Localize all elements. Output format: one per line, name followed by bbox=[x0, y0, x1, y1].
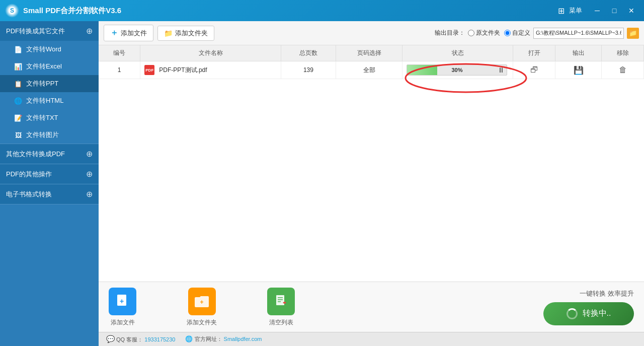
window-controls: ─ □ ✕ bbox=[590, 4, 639, 17]
open-file-icon[interactable]: 🗗 bbox=[528, 64, 540, 75]
row-open: 🗗 bbox=[513, 61, 555, 79]
col-header-id: 编号 bbox=[99, 45, 140, 61]
radio-original[interactable] bbox=[468, 30, 474, 36]
menu-button[interactable]: ⊞ 菜单 bbox=[558, 6, 582, 16]
output-dir-label: 输出目录： bbox=[435, 29, 465, 37]
app-logo: S bbox=[5, 4, 19, 18]
add-folder-svg: + bbox=[194, 294, 210, 308]
sidebar-section-ebook-label: 电子书格式转换 bbox=[6, 190, 52, 199]
progress-fill bbox=[407, 65, 437, 75]
radio-custom[interactable] bbox=[504, 30, 511, 36]
row-output: 💾 bbox=[555, 61, 602, 79]
row-page-select: 全部 bbox=[336, 61, 403, 79]
sidebar-item-to-txt[interactable]: 📝 文件转TXT bbox=[0, 109, 99, 126]
add-folder-button[interactable]: 📁 添加文件夹 bbox=[157, 26, 214, 41]
sidebar-section-pdf-to-other: PDF转换成其它文件 ⊕ 📄 文件转Word 📊 文件转Excel 📋 文件转P… bbox=[0, 21, 99, 144]
row-status: 30% ⏸ bbox=[403, 61, 513, 79]
remove-file-icon[interactable]: 🗑 bbox=[617, 64, 629, 75]
sidebar-item-to-txt-label: 文件转TXT bbox=[26, 113, 58, 122]
bottom-clear-label: 清空列表 bbox=[269, 318, 293, 327]
sidebar-item-to-word-label: 文件转Word bbox=[26, 45, 61, 54]
toolbar: ＋ 添加文件 📁 添加文件夹 输出目录： 原文件夹 自定义 bbox=[99, 21, 644, 45]
chevron-right-icon-2: ⊕ bbox=[86, 169, 93, 179]
svg-text:+: + bbox=[200, 299, 203, 306]
app-title: Small PDF合并分割软件V3.6 bbox=[23, 6, 558, 16]
pause-icon[interactable]: ⏸ bbox=[498, 66, 505, 74]
qq-number-link[interactable]: 1933175230 bbox=[144, 336, 175, 342]
bottom-panel: + 添加文件 + 添加文件夹 bbox=[99, 282, 644, 332]
website-url-link[interactable]: Smallpdfer.com bbox=[224, 336, 262, 342]
svg-text:+: + bbox=[119, 297, 123, 305]
sidebar-item-to-html[interactable]: 🌐 文件转HTML bbox=[0, 92, 99, 109]
table-wrapper: 编号 文件名称 总页数 页码选择 状态 打开 输出 移除 1 bbox=[99, 45, 644, 79]
radio-original-label[interactable]: 原文件夹 bbox=[468, 29, 500, 37]
sidebar-item-to-ppt-label: 文件转PPT bbox=[26, 79, 58, 88]
bottom-add-file-btn[interactable]: + 添加文件 bbox=[109, 288, 136, 327]
sidebar-section-pdf-ops: PDF的其他操作 ⊕ bbox=[0, 164, 99, 184]
browse-folder-button[interactable]: 📁 bbox=[627, 28, 639, 39]
row-filename: PDF PDF-PPT测试.pdf bbox=[140, 61, 281, 79]
bottom-add-file-label: 添加文件 bbox=[111, 318, 135, 327]
html-icon: 🌐 bbox=[14, 97, 22, 105]
main-layout: PDF转换成其它文件 ⊕ 📄 文件转Word 📊 文件转Excel 📋 文件转P… bbox=[0, 21, 644, 346]
sidebar-section-pdf-ops-label: PDF的其他操作 bbox=[6, 170, 52, 179]
clear-btn-icon bbox=[267, 288, 295, 315]
convert-label: 转换中.. bbox=[583, 308, 611, 319]
sidebar-section-ebook-header[interactable]: 电子书格式转换 ⊕ bbox=[0, 184, 99, 204]
bottom-add-folder-btn[interactable]: + 添加文件夹 bbox=[187, 288, 217, 327]
minimize-button[interactable]: ─ bbox=[590, 4, 605, 17]
add-file-button[interactable]: ＋ 添加文件 bbox=[104, 25, 153, 41]
pdf-file-icon: PDF bbox=[144, 65, 154, 75]
sidebar-item-to-image-label: 文件转图片 bbox=[26, 130, 59, 140]
qq-info: 💬 QQ 客服： 1933175230 bbox=[106, 335, 175, 343]
qq-label: QQ 客服： bbox=[116, 336, 143, 342]
col-header-pages: 总页数 bbox=[281, 45, 336, 61]
sidebar-item-to-excel-label: 文件转Excel bbox=[26, 62, 62, 71]
ppt-icon: 📋 bbox=[14, 80, 22, 88]
sidebar-section-other-to-pdf-header[interactable]: 其他文件转换成PDF ⊕ bbox=[0, 144, 99, 164]
row-pages: 139 bbox=[281, 61, 336, 79]
output-path-input[interactable] bbox=[533, 28, 624, 39]
image-icon: 🖼 bbox=[14, 131, 22, 139]
sidebar-item-to-ppt[interactable]: 📋 文件转PPT bbox=[0, 75, 99, 92]
bottom-clear-btn[interactable]: 清空列表 bbox=[267, 288, 295, 327]
radio-group: 原文件夹 自定义 bbox=[468, 29, 530, 37]
sidebar-section-pdf-ops-header[interactable]: PDF的其他操作 ⊕ bbox=[0, 164, 99, 184]
content-area: ＋ 添加文件 📁 添加文件夹 输出目录： 原文件夹 自定义 bbox=[99, 21, 644, 346]
windows-icon: ⊞ bbox=[558, 6, 565, 16]
row-remove: 🗑 bbox=[602, 61, 644, 79]
sidebar-section-pdf-to-other-label: PDF转换成其它文件 bbox=[6, 27, 65, 36]
add-folder-label: 添加文件夹 bbox=[175, 29, 208, 38]
sidebar-item-to-word[interactable]: 📄 文件转Word bbox=[0, 41, 99, 58]
word-icon: 📄 bbox=[14, 45, 22, 53]
col-header-output: 输出 bbox=[555, 45, 602, 61]
sidebar-item-to-image[interactable]: 🖼 文件转图片 bbox=[0, 126, 99, 144]
col-header-open: 打开 bbox=[513, 45, 555, 61]
title-bar: S Small PDF合并分割软件V3.6 ⊞ 菜单 ─ □ ✕ bbox=[0, 0, 644, 21]
col-header-filename: 文件名称 bbox=[140, 45, 281, 61]
add-file-label: 添加文件 bbox=[121, 29, 147, 38]
add-folder-btn-icon: + bbox=[188, 288, 216, 315]
save-output-icon[interactable]: 💾 bbox=[572, 65, 586, 76]
sidebar-section-other-to-pdf: 其他文件转换成PDF ⊕ bbox=[0, 144, 99, 164]
radio-original-text: 原文件夹 bbox=[476, 29, 500, 37]
bottom-right-area: 一键转换 效率提升 转换中.. bbox=[543, 289, 634, 325]
excel-icon: 📊 bbox=[14, 62, 22, 71]
sidebar-item-to-excel[interactable]: 📊 文件转Excel bbox=[0, 58, 99, 75]
progress-bar: 30% ⏸ bbox=[407, 64, 507, 76]
bottom-add-folder-label: 添加文件夹 bbox=[187, 318, 217, 327]
close-button[interactable]: ✕ bbox=[624, 4, 639, 17]
maximize-button[interactable]: □ bbox=[607, 4, 622, 17]
file-table: 编号 文件名称 总页数 页码选择 状态 打开 输出 移除 1 bbox=[99, 45, 644, 79]
sidebar-section-pdf-to-other-header[interactable]: PDF转换成其它文件 ⊕ bbox=[0, 21, 99, 41]
qq-icon: 💬 bbox=[106, 335, 115, 343]
clear-svg bbox=[274, 294, 289, 309]
convert-button[interactable]: 转换中.. bbox=[543, 302, 634, 325]
website-info: 🌐 官方网址： Smallpdfer.com bbox=[185, 335, 262, 343]
sidebar-item-to-html-label: 文件转HTML bbox=[26, 96, 63, 105]
add-file-btn-icon: + bbox=[109, 288, 136, 315]
radio-custom-label[interactable]: 自定义 bbox=[504, 29, 530, 37]
sidebar-section-other-to-pdf-label: 其他文件转换成PDF bbox=[6, 150, 65, 159]
website-label: 官方网址： bbox=[195, 336, 222, 342]
tagline: 一键转换 效率提升 bbox=[580, 289, 634, 298]
